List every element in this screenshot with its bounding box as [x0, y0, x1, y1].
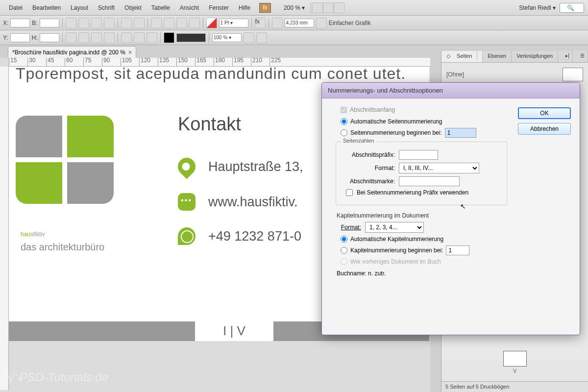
contact-row-phone: +49 1232 871-0 [178, 227, 301, 245]
y-field[interactable] [10, 33, 30, 42]
master-thumb [563, 68, 583, 81]
cancel-button[interactable]: Abbrechen [518, 123, 571, 135]
tool-icon[interactable] [78, 18, 89, 28]
screen-mode-icon[interactable] [323, 2, 334, 13]
document-tab-title: *Broschüre hausfiktiv pagina.indd @ 200 … [12, 49, 125, 56]
align-icon[interactable] [189, 18, 200, 28]
chapter-start-input[interactable] [446, 245, 469, 255]
contact-heading: Kontakt [178, 114, 241, 135]
tab-ebenen[interactable]: Ebenen [483, 51, 512, 62]
menu-objekt[interactable]: Objekt [120, 2, 147, 13]
page-thumb[interactable] [503, 351, 527, 367]
text-wrap-icon[interactable] [134, 32, 145, 43]
tool-icon[interactable] [66, 18, 76, 28]
contact-row-address: Hauptstraße 13, [178, 158, 303, 175]
opacity-field[interactable]: 100 % ▾ [212, 33, 242, 42]
coord-field[interactable]: 4,233 mm [285, 19, 314, 27]
menu-bearbeiten[interactable]: Bearbeiten [27, 2, 66, 13]
page-numbers-fieldset: Seitenzahlen Abschnittspräfix: Format:I,… [336, 142, 507, 205]
radio-icon [341, 236, 347, 243]
menu-tabelle[interactable]: Tabelle [147, 2, 175, 13]
format-select[interactable]: I, II, III, IV... [399, 163, 479, 173]
brand-subtitle: das architekturbüro [21, 242, 104, 253]
user-menu[interactable]: Stefan Riedl ▾ [514, 2, 560, 13]
prefix-input[interactable] [399, 150, 438, 160]
zoom-select[interactable]: 200 % ▾ [279, 2, 310, 13]
document-tab[interactable]: *Broschüre hausfiktiv pagina.indd @ 200 … [8, 46, 136, 58]
marker-input[interactable] [399, 176, 460, 186]
view-mode-icon[interactable] [312, 2, 323, 13]
text-wrap-icon[interactable] [121, 32, 132, 43]
arrange-icon[interactable] [334, 2, 344, 13]
address-text: Hauptstraße 13, [208, 159, 303, 174]
auto-page-numbering-radio[interactable]: Automatische Seitennummerierung [341, 118, 507, 125]
panel-menu-icon[interactable]: ☰ [577, 51, 588, 62]
chapter-format-select[interactable]: 1, 2, 3, 4... [365, 222, 424, 233]
b-field[interactable] [40, 19, 59, 27]
section-start-checkbox[interactable]: Abschnittsanfang [341, 106, 507, 113]
checkbox-icon [341, 107, 347, 113]
start-page-input[interactable] [445, 128, 476, 138]
crop-icon[interactable] [272, 18, 283, 28]
h-field[interactable] [40, 33, 59, 42]
panel-tabs: ◇ Seiten Ebenen Verknüpfungen ▸| ☰ [441, 51, 588, 63]
menu-schrift[interactable]: Schrift [93, 2, 120, 13]
watermark-text: PSD-Tutorials.de [20, 370, 108, 384]
brand-part2: fiktiv [33, 231, 45, 238]
chapter-start-radio[interactable]: Kapitelnummerierung beginnen bei: [341, 245, 507, 255]
tool-icon[interactable] [91, 32, 102, 43]
stroke-weight[interactable]: 1 Pt ▾ [219, 19, 248, 27]
start-page-at-radio[interactable]: Seitennummerierung beginnen bei: [341, 128, 507, 138]
contact-row-web: www.hausfiktiv. [178, 193, 298, 211]
search-icon: 🔍 [562, 2, 579, 13]
checkbox-label: Abschnittsanfang [350, 106, 395, 113]
auto-chapter-radio[interactable]: Automatische Kapitelnummerierung [341, 236, 507, 243]
tab-seiten[interactable]: ◇ Seiten [441, 51, 483, 62]
tool-icon[interactable] [91, 18, 102, 28]
panel-collapse-icon[interactable]: ▸| [563, 51, 573, 62]
b-label: B: [32, 20, 37, 26]
menu-ansicht[interactable]: Ansicht [175, 2, 204, 13]
tool-icon[interactable] [104, 32, 115, 43]
workspace-name[interactable]: Einfacher Grafik [329, 20, 371, 26]
tool-icon[interactable] [256, 32, 267, 43]
headline-text: Tporempost, sit acepuda mandundin cum co… [16, 65, 406, 83]
flip-v-icon[interactable] [134, 18, 145, 28]
dialog-title: Nummerierungs- und Abschnittsoptionen [322, 83, 580, 98]
checkbox-label: Bei Seitennummerierung Präfix verwenden [357, 189, 468, 196]
align-icon[interactable] [151, 18, 162, 28]
search-input[interactable]: 🔍 [560, 3, 584, 13]
menu-fenster[interactable]: Fenster [204, 2, 234, 13]
chat-icon [178, 193, 196, 211]
h-label: H: [32, 34, 38, 41]
align-icon[interactable] [176, 18, 187, 28]
ok-button[interactable]: OK [518, 107, 571, 119]
text-wrap-icon[interactable] [147, 32, 157, 43]
tool-icon[interactable] [244, 32, 254, 43]
close-tab-icon[interactable]: × [128, 49, 132, 56]
bridge-icon[interactable]: Br [259, 3, 271, 13]
workspace-icon[interactable] [316, 18, 327, 28]
stroke-swatch[interactable] [206, 18, 217, 28]
fx-icon[interactable]: fx [255, 18, 266, 28]
stroke-style[interactable] [176, 33, 206, 42]
panel-status: 5 Seiten auf 5 Druckbögen [441, 381, 588, 392]
x-field[interactable] [10, 19, 30, 27]
radio-label: Automatische Seitennummerierung [350, 118, 442, 125]
checkbox-icon [346, 189, 353, 196]
prev-doc-radio: Wie vorheriges Dokument im Buch [341, 258, 507, 265]
tool-icon[interactable] [66, 32, 76, 43]
tab-verknuepfungen[interactable]: Verknüpfungen [512, 51, 558, 62]
tab-label: Seiten [452, 51, 477, 61]
fill-swatch[interactable] [164, 32, 174, 43]
fieldset-legend: Seitenzahlen [341, 138, 376, 144]
menu-layout[interactable]: Layout [66, 2, 93, 13]
menu-datei[interactable]: Datei [4, 2, 27, 13]
align-icon[interactable] [164, 18, 174, 28]
menu-bar: Datei Bearbeiten Layout Schrift Objekt T… [0, 0, 588, 16]
flip-h-icon[interactable] [121, 18, 132, 28]
tool-icon[interactable] [78, 32, 89, 43]
use-prefix-checkbox[interactable]: Bei Seitennummerierung Präfix verwenden [346, 189, 501, 196]
menu-hilfe[interactable]: Hilfe [234, 2, 255, 13]
tool-icon[interactable] [104, 18, 115, 28]
